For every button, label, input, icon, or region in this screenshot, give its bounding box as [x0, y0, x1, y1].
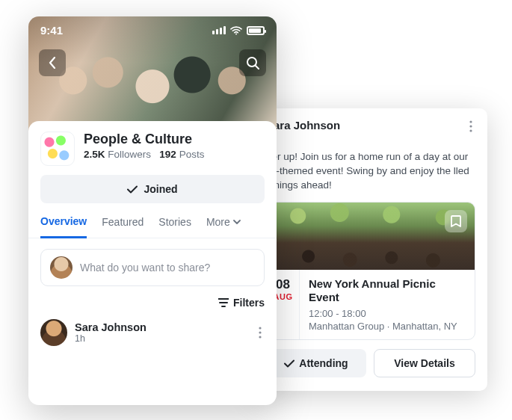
tab-featured[interactable]: Featured — [102, 216, 144, 237]
filters-label: Filters — [233, 297, 265, 309]
more-vertical-icon — [259, 327, 262, 339]
post-time: 1h — [75, 333, 146, 344]
more-vertical-icon — [469, 120, 472, 132]
compose-input[interactable]: What do you want to share? — [40, 249, 265, 286]
group-stats: 2.5K Followers 192 Posts — [84, 149, 204, 160]
event-post-time: 4d — [266, 133, 340, 144]
posts-label: Posts — [179, 149, 205, 160]
post-author-avatar[interactable] — [40, 319, 67, 346]
event-title: New York Annual Picnic Event — [309, 277, 466, 306]
event-card[interactable]: 08 AUG New York Annual Picnic Event 12:0… — [266, 202, 475, 341]
filters-button[interactable]: Filters — [28, 286, 277, 309]
svg-point-5 — [259, 327, 261, 329]
group-screen: 9:41 People & — [28, 16, 277, 405]
status-bar: 9:41 — [40, 24, 265, 37]
joined-button[interactable]: Joined — [40, 175, 265, 203]
bookmark-button[interactable] — [445, 210, 467, 232]
tabs: Overview Featured Stories More — [28, 203, 277, 238]
attending-button[interactable]: Attending — [266, 349, 366, 377]
battery-icon — [247, 26, 265, 35]
chevron-down-icon — [233, 220, 241, 224]
chevron-left-icon — [49, 57, 56, 69]
post-author-name[interactable]: Sara Johnson — [75, 321, 146, 333]
feed-post: Sara Johnson 1h — [28, 309, 277, 346]
filter-icon — [218, 298, 229, 307]
status-time: 9:41 — [40, 24, 63, 37]
svg-point-3 — [235, 33, 237, 34]
group-profile: People & Culture 2.5K Followers 192 Post… — [28, 121, 277, 203]
group-title: People & Culture — [84, 132, 204, 147]
svg-point-4 — [247, 58, 256, 67]
event-post-author: Sara Johnson — [266, 119, 340, 132]
user-avatar — [50, 256, 73, 279]
svg-point-0 — [469, 120, 472, 123]
attending-label: Attending — [299, 357, 348, 369]
joined-label: Joined — [144, 183, 177, 195]
compose-placeholder: What do you want to share? — [80, 262, 210, 274]
check-icon — [127, 185, 138, 194]
event-post-body: tter up! Join us for a home run of a day… — [266, 150, 475, 193]
tab-more[interactable]: More — [206, 216, 241, 237]
signal-icon — [212, 26, 226, 34]
svg-point-6 — [259, 331, 261, 333]
back-button[interactable] — [39, 49, 66, 76]
search-button[interactable] — [239, 49, 266, 76]
event-post-card: Sara Johnson 4d tter up! Join us for a h… — [254, 108, 487, 391]
tab-more-label: More — [206, 216, 230, 228]
svg-point-7 — [259, 336, 261, 338]
event-cover-image — [267, 203, 475, 270]
wifi-icon — [230, 26, 242, 35]
svg-point-1 — [469, 125, 472, 127]
check-icon — [284, 359, 294, 368]
tab-stories[interactable]: Stories — [158, 216, 191, 237]
posts-count: 192 — [159, 149, 176, 160]
event-post-more-button[interactable] — [466, 119, 475, 134]
view-details-label: View Details — [394, 357, 454, 369]
svg-point-2 — [469, 129, 472, 132]
followers-label: Followers — [108, 149, 151, 160]
group-avatar[interactable] — [40, 132, 75, 166]
view-details-button[interactable]: View Details — [374, 349, 475, 377]
event-hours: 12:00 - 18:00 — [309, 308, 466, 319]
followers-count: 2.5K — [84, 149, 105, 160]
post-more-button[interactable] — [256, 324, 265, 342]
bookmark-icon — [451, 215, 461, 227]
hero-image: 9:41 — [28, 16, 277, 133]
event-location: Manhattan Group · Manhattan, NY — [309, 321, 466, 332]
search-icon — [246, 56, 259, 70]
tab-overview[interactable]: Overview — [40, 215, 87, 238]
